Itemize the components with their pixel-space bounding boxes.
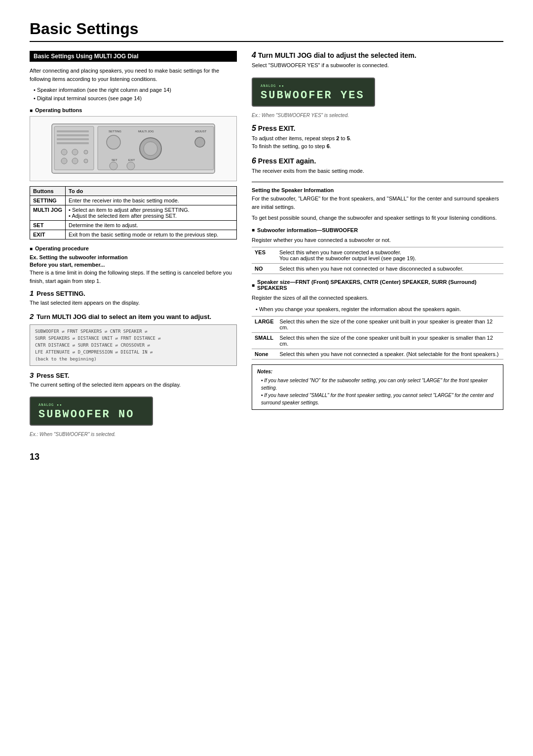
speaker-size-bullet: When you change your speakers, register … [256, 305, 503, 314]
none-label: None [252, 349, 277, 359]
speaker-info-section: Setting the Speaker Information For the … [252, 187, 503, 410]
svg-rect-2 [57, 130, 89, 132]
speaker-intro-2: To get best possible sound, change the s… [252, 214, 503, 222]
btn-multijog-label: MULTI JOG [30, 205, 66, 221]
table-row-none: None Select this when you have not conne… [252, 349, 503, 359]
step-6-title: 6 Press EXIT again. [252, 157, 503, 165]
speaker-info-heading: Setting the Speaker Information [252, 187, 503, 193]
bullet-list: Speaker information (see the right colum… [30, 86, 237, 102]
lcd-icons-yes: ▪ ▪ [279, 83, 283, 88]
btn-setting-label: SETTING [30, 196, 66, 205]
speaker-size-intro: Register the sizes of all the connected … [252, 294, 503, 302]
step-3-title: 3 Press SET. [30, 371, 237, 379]
svg-rect-3 [57, 134, 89, 136]
none-text: Select this when you have not connected … [277, 349, 504, 359]
table-row-large: LARGE Select this when the size of the c… [252, 317, 503, 333]
section-divider [252, 182, 503, 182]
notes-box: Notes: If you have selected "NO" for the… [252, 364, 503, 410]
lcd-main-text-yes: SUBWOOFER YES [261, 89, 365, 102]
step-6-body: The receiver exits from the basic settin… [252, 167, 503, 175]
step-5-title: 5 Press EXIT. [252, 124, 503, 133]
btn-set-todo: Determine the item to adjust. [66, 221, 237, 230]
section-heading-left: Basic Settings Using MULTI JOG Dial [30, 51, 237, 62]
svg-point-18 [144, 142, 157, 156]
svg-rect-5 [57, 142, 89, 144]
before-start-text: There is a time limit in doing the follo… [30, 269, 237, 285]
intro-text: After connecting and placing speakers, y… [30, 67, 237, 83]
speaker-size-bullet-wrap: When you change your speakers, register … [252, 305, 503, 314]
speaker-size-table: LARGE Select this when the size of the c… [252, 316, 503, 359]
notes-title: Notes: [257, 368, 498, 375]
svg-point-23 [127, 162, 135, 170]
no-text: Select this when you have not connected … [276, 264, 503, 274]
table-row-small: SMALL Select this when the size of the c… [252, 333, 503, 349]
device-svg: SETTING MULTI JOG ADJUST SET EXIT [49, 121, 217, 176]
notes-list: If you have selected "NO" for the subwoo… [257, 377, 498, 406]
lcd-caption-no: Ex.: When "SUBWOOFER" is selected. [30, 432, 237, 437]
svg-text:SET: SET [112, 159, 117, 161]
lcd-indicator-yes: ANALOG [261, 84, 276, 88]
svg-rect-4 [57, 138, 89, 140]
step-2: 2 Turn MULTI JOG dial to select an item … [30, 312, 237, 366]
note-1: If you have selected "NO" for the subwoo… [261, 377, 498, 392]
step-4-title: 4 Turn MULTI JOG dial to adjust the sele… [252, 51, 503, 60]
svg-point-11 [84, 159, 88, 163]
svg-point-10 [72, 158, 78, 164]
lcd-display-subwoofer-yes: ANALOG ▪ ▪ SUBWOOFER YES [252, 78, 375, 107]
svg-point-16 [107, 135, 120, 149]
svg-point-9 [61, 158, 67, 164]
ex-label: Ex. Setting the subwoofer information [30, 254, 237, 260]
no-label: NO [252, 264, 276, 274]
table-row-no: NO Select this when you have not connect… [252, 264, 503, 274]
subwoofer-intro: Register whether you have connected a su… [252, 236, 503, 244]
svg-text:EXIT: EXIT [128, 159, 135, 161]
lcd-main-text: SUBWOOFER NO [38, 408, 134, 421]
step-1: 1 Press SETTING. The last selected item … [30, 289, 237, 307]
page-number: 13 [30, 452, 503, 462]
step-1-title: 1 Press SETTING. [30, 289, 237, 297]
step-3: 3 Press SET. The current setting of the … [30, 371, 237, 438]
svg-text:MULTI JOG: MULTI JOG [138, 130, 154, 133]
menu-scroll-box: SUBWOOFER ⇌ FRNT SPEAKERS ⇌ CNTR SPEAKER… [30, 324, 237, 366]
step-5: 5 Press EXIT. To adjust other items, rep… [252, 124, 503, 151]
btn-exit-label: EXIT [30, 230, 66, 239]
lcd-icons: ▪ ▪ [57, 402, 61, 407]
svg-point-19 [195, 137, 205, 147]
page-title: Basic Settings [30, 20, 503, 42]
lcd-display-subwoofer-no: ANALOG ▪ ▪ SUBWOOFER NO [30, 397, 153, 426]
lcd-caption-yes: Ex.: When "SUBWOOFER YES" is selected. [252, 113, 503, 118]
step-1-body: The last selected item appears on the di… [30, 299, 237, 307]
operating-procedure-label: Operating procedure [30, 245, 237, 251]
operating-buttons-label: Operating buttons [30, 107, 237, 113]
yes-label: YES [252, 247, 276, 264]
table-row-yes: YES Select this when you have connected … [252, 247, 503, 264]
table-row: MULTI JOG • Select an item to adjust aft… [30, 205, 237, 221]
step-5-body: To adjust other items, repeat steps 2 to… [252, 134, 503, 151]
buttons-table: Buttons To do SETTING Enter the receiver… [30, 186, 237, 239]
table-row: SET Determine the item to adjust. [30, 221, 237, 230]
lcd-indicator: ANALOG [38, 403, 54, 407]
step-4: 4 Turn MULTI JOG dial to adjust the sele… [252, 51, 503, 118]
step-3-body: The current setting of the selected item… [30, 381, 237, 389]
speaker-intro-1: For the subwoofer, "LARGE" for the front… [252, 195, 503, 211]
small-text: Select this when the size of the cone sp… [277, 333, 504, 349]
table-header-button: Buttons [30, 187, 66, 196]
btn-set-label: SET [30, 221, 66, 230]
btn-exit-todo: Exit from the basic setting mode or retu… [66, 230, 237, 239]
btn-multijog-todo: • Select an item to adjust after pressin… [66, 205, 237, 221]
right-column: 4 Turn MULTI JOG dial to adjust the sele… [252, 51, 503, 442]
subwoofer-table: YES Select this when you have connected … [252, 247, 503, 274]
small-label: SMALL [252, 333, 277, 349]
step-4-body: Select "SUBWOOFER YES" if a subwoofer is… [252, 61, 503, 70]
left-column: Basic Settings Using MULTI JOG Dial Afte… [30, 51, 237, 442]
speaker-size-heading: Speaker size—FRNT (Front) SPEAKERS, CNTR… [252, 279, 503, 291]
svg-point-8 [84, 150, 88, 154]
menu-items: SUBWOOFER ⇌ FRNT SPEAKERS ⇌ CNTR SPEAKER… [35, 329, 161, 361]
large-label: LARGE [252, 317, 277, 333]
btn-setting-todo: Enter the receiver into the basic settin… [66, 196, 237, 205]
device-image: SETTING MULTI JOG ADJUST SET EXIT [30, 116, 237, 181]
table-header-todo: To do [66, 187, 237, 196]
svg-text:SETTING: SETTING [109, 130, 121, 133]
table-row: SETTING Enter the receiver into the basi… [30, 196, 237, 205]
bullet-item-2: Digital input terminal sources (see page… [34, 94, 237, 103]
